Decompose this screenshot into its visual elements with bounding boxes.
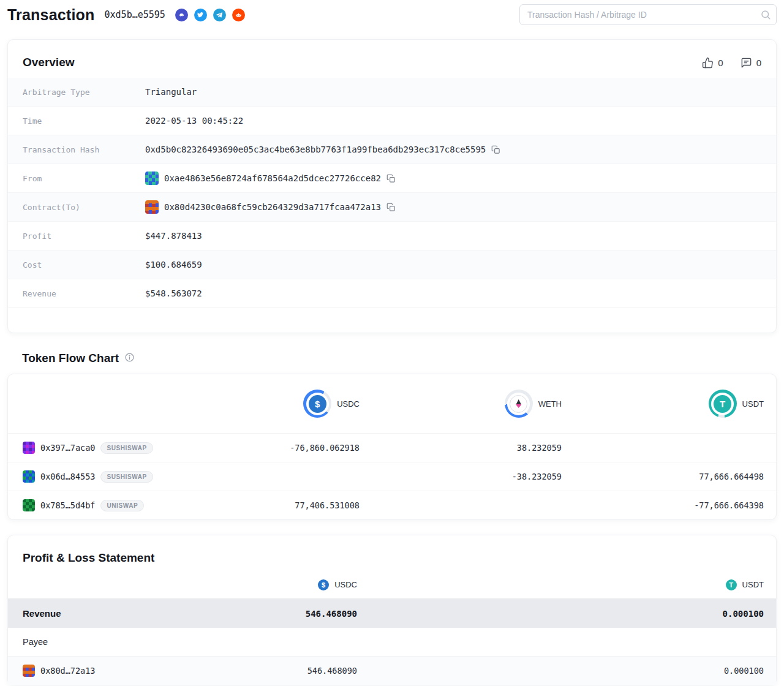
pnl-card: Profit & Loss Statement $ USDC T USDT Re…	[7, 535, 777, 685]
row-label: Profit	[23, 232, 145, 241]
arbitrage-type-value: Triangular	[145, 87, 197, 97]
revenue-value: $548.563072	[145, 288, 202, 298]
copy-icon[interactable]	[386, 174, 396, 183]
venue-badge: SUSHISWAP	[100, 471, 153, 483]
row-label: Arbitrage Type	[23, 88, 145, 97]
pnl-revenue-row: Revenue 546.468090 0.000100	[8, 599, 776, 628]
usdc-icon: $	[309, 395, 326, 413]
info-icon[interactable]	[124, 352, 135, 365]
pool-address[interactable]: 0x397…7aca0	[40, 443, 95, 453]
discord-icon[interactable]	[175, 9, 188, 21]
token-label-weth: WETH	[538, 399, 562, 409]
pnl-token-label-usdc: USDC	[334, 580, 357, 589]
pnl-token-usdt: T USDT	[369, 579, 776, 590]
row-arbitrage-type: Arbitrage Type Triangular	[8, 78, 776, 107]
row-from: From 0xae4863e56e8724af678564a2d5dcec277…	[8, 164, 776, 193]
pool-address[interactable]: 0x785…5d4bf	[40, 500, 95, 510]
top-bar: Transaction 0xd5b…e5595	[0, 0, 784, 29]
contract-address[interactable]: 0x80d4230c0a68fc59cb264329d3a717fcaa472a…	[164, 202, 381, 212]
row-profit: Profit $447.878413	[8, 222, 776, 251]
token-header-usdt: T USDT	[574, 390, 776, 418]
main-content: Overview 0 0 Arbitrage Type Triangular T…	[0, 39, 784, 685]
overview-card: Overview 0 0 Arbitrage Type Triangular T…	[7, 39, 777, 333]
pool-avatar	[23, 442, 35, 454]
search-box	[519, 4, 777, 25]
token-flow-card: $ USDC WETH T USDT 0x397…7aca0 S	[7, 374, 777, 520]
payee-address[interactable]: 0x80d…72a13	[40, 666, 95, 676]
telegram-icon[interactable]	[213, 9, 226, 21]
flow-weth-value: 38.232059	[372, 443, 574, 453]
token-flow-row: 0x06d…84553 SUSHISWAP -38.232059 77,666.…	[8, 462, 776, 491]
from-address[interactable]: 0xae4863e56e8724af678564a2d5dcec27726cce…	[164, 173, 381, 183]
token-flow-title: Token Flow Chart	[22, 352, 119, 365]
token-flow-row: 0x785…5d4bf UNISWAP 77,406.531008 -77,66…	[8, 491, 776, 519]
pnl-revenue-usdt: 0.000100	[369, 609, 776, 619]
twitter-icon[interactable]	[194, 9, 207, 21]
pnl-revenue-label: Revenue	[8, 608, 167, 619]
flow-usdt-value: -77,666.664398	[574, 500, 776, 510]
like-button[interactable]: 0	[702, 57, 723, 69]
pool-avatar	[23, 470, 35, 483]
reddit-icon[interactable]	[232, 9, 245, 21]
usdt-icon: T	[714, 395, 731, 413]
token-flow-header: $ USDC WETH T USDT	[8, 374, 776, 433]
venue-badge: SUSHISWAP	[100, 442, 153, 454]
pnl-title: Profit & Loss Statement	[23, 551, 154, 565]
reactions: 0 0	[702, 57, 761, 69]
comment-icon	[741, 57, 752, 69]
search-icon[interactable]	[760, 9, 771, 23]
row-label: Revenue	[23, 289, 145, 298]
usdc-flow-ring: $	[303, 390, 331, 418]
row-time: Time 2022-05-13 00:45:22	[8, 107, 776, 135]
social-links	[175, 9, 245, 21]
row-label: From	[23, 174, 145, 183]
row-label: Cost	[23, 260, 145, 270]
row-cost: Cost $100.684659	[8, 251, 776, 279]
row-contract-to: Contract(To) 0x80d4230c0a68fc59cb264329d…	[8, 193, 776, 222]
tx-hash-short: 0xd5b…e5595	[105, 9, 165, 20]
row-label: Time	[23, 116, 145, 126]
flow-usdc-value: -76,860.062918	[192, 443, 372, 453]
search-input[interactable]	[519, 4, 777, 25]
from-avatar	[145, 172, 159, 185]
usdc-icon: $	[318, 579, 329, 590]
weth-flow-ring	[505, 390, 533, 418]
flow-usdc-value: 77,406.531008	[192, 500, 372, 510]
token-flow-title-row: Token Flow Chart	[7, 352, 777, 365]
payee-usdc-value: 546.468090	[167, 666, 369, 676]
thumbs-up-icon	[702, 57, 714, 69]
usdt-icon: T	[726, 579, 737, 590]
venue-badge: UNISWAP	[100, 500, 144, 511]
copy-icon[interactable]	[491, 145, 500, 154]
pool-avatar	[23, 499, 35, 511]
contract-avatar	[145, 200, 159, 214]
copy-icon[interactable]	[386, 203, 396, 212]
token-label-usdc: USDC	[337, 399, 360, 409]
payee-avatar	[23, 665, 35, 677]
row-label: Contract(To)	[23, 203, 145, 212]
row-transaction-hash: Transaction Hash 0xd5b0c82326493690e05c3…	[8, 135, 776, 164]
usdt-flow-ring: T	[709, 390, 737, 418]
comment-count: 0	[756, 58, 761, 68]
weth-icon	[510, 395, 527, 413]
flow-weth-value: -38.232059	[372, 472, 574, 481]
flow-usdt-value: 77,666.664498	[574, 472, 776, 481]
row-label: Transaction Hash	[23, 145, 145, 154]
pnl-header: $ USDC T USDT	[8, 571, 776, 599]
transaction-hash-value: 0xd5b0c82326493690e05c3ac4be63e8bb7763f1…	[145, 145, 486, 154]
token-header-weth: WETH	[372, 390, 574, 418]
row-revenue: Revenue $548.563072	[8, 279, 776, 308]
pnl-revenue-usdc: 546.468090	[167, 609, 369, 619]
page-title: Transaction	[7, 6, 95, 24]
token-label-usdt: USDT	[742, 399, 764, 409]
pool-address[interactable]: 0x06d…84553	[40, 472, 95, 481]
pnl-token-label-usdt: USDT	[742, 580, 764, 589]
comment-button[interactable]: 0	[741, 57, 761, 69]
cost-value: $100.684659	[145, 260, 202, 270]
profit-value: $447.878413	[145, 231, 202, 241]
overview-title: Overview	[23, 56, 75, 69]
time-value: 2022-05-13 00:45:22	[145, 116, 243, 126]
token-header-usdc: $ USDC	[192, 390, 372, 418]
payee-usdt-value: 0.000100	[369, 666, 776, 676]
pnl-token-usdc: $ USDC	[167, 579, 369, 590]
